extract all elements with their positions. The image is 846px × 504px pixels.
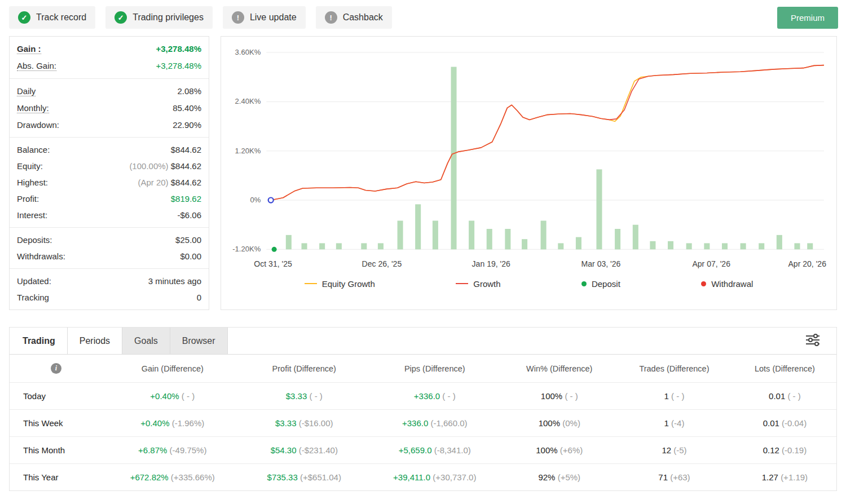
stat-row-withdrawals: Withdrawals: $0.00: [10, 248, 209, 264]
tab-periods[interactable]: Periods: [68, 328, 122, 354]
stat-group-rates: Daily 2.08% Monthly: 85.40% Drawdown: 22…: [10, 79, 209, 138]
equity-value: (100.00%) $844.62: [129, 161, 201, 171]
check-icon: ✓: [114, 11, 127, 24]
chart-legend: Equity Growth Growth Deposit Withdrawal: [224, 272, 833, 298]
legend-withdrawal[interactable]: Withdrawal: [701, 279, 753, 289]
highest-label: Highest:: [17, 178, 48, 187]
stat-row-equity: Equity: (100.00%) $844.62: [10, 158, 209, 174]
balance-value: $844.62: [171, 145, 201, 154]
withdrawals-value: $0.00: [180, 251, 201, 261]
row-label: This Week: [10, 410, 103, 437]
stat-row-abs-gain: Abs. Gain: +3,278.48%: [10, 58, 209, 74]
stat-group-gain: Gain : +3,278.48% Abs. Gain: +3,278.48%: [10, 37, 209, 79]
tab-trading[interactable]: Trading: [10, 328, 68, 354]
daily-value: 2.08%: [177, 86, 201, 96]
svg-text:-1.20K%: -1.20K%: [232, 245, 261, 253]
col-header-win: Win% (Difference): [503, 355, 615, 383]
premium-button[interactable]: Premium: [777, 7, 838, 29]
equity-percent: (100.00%): [129, 161, 168, 171]
deposit-dot-icon: [581, 281, 587, 286]
interest-value: -$6.06: [177, 210, 201, 220]
legend-label: Withdrawal: [711, 279, 753, 289]
col-header-profit: Profit (Difference): [242, 355, 366, 383]
info-icon[interactable]: i: [51, 363, 61, 374]
stat-row-updated: Updated: 3 minutes ago: [10, 273, 209, 289]
main-area: Gain : +3,278.48% Abs. Gain: +3,278.48% …: [0, 35, 846, 310]
stat-row-gain: Gain : +3,278.48%: [10, 41, 209, 58]
monthly-value: 85.40%: [173, 103, 201, 113]
withdrawal-dot-icon: [701, 281, 706, 286]
updated-value: 3 minutes ago: [148, 276, 201, 286]
svg-text:2.40K%: 2.40K%: [235, 97, 261, 105]
table-row-this-week: This Week +0.40% (-1.96%) $3.33 (-$16.00…: [10, 410, 836, 437]
withdrawals-label: Withdrawals:: [17, 251, 65, 261]
badge-live-update[interactable]: ! Live update: [223, 6, 306, 29]
svg-text:Mar 03, '26: Mar 03, '26: [581, 259, 621, 268]
top-status-bar: ✓ Track record ✓ Trading privileges ! Li…: [0, 0, 846, 35]
updated-label: Updated:: [17, 276, 51, 286]
stat-row-deposits: Deposits: $25.00: [10, 232, 209, 248]
equity-line-icon: [305, 283, 317, 284]
stat-row-profit: Profit: $819.62: [10, 191, 209, 207]
highest-date: (Apr 20): [138, 178, 168, 187]
col-header-pips: Pips (Difference): [366, 355, 503, 383]
monthly-label[interactable]: Monthly:: [17, 103, 49, 113]
stat-row-interest: Interest: -$6.06: [10, 207, 209, 223]
daily-label[interactable]: Daily: [17, 86, 36, 96]
col-header-lots: Lots (Difference): [733, 355, 836, 383]
table-row-this-month: This Month +6.87% (-49.75%) $54.30 (-$23…: [10, 437, 836, 464]
stat-row-tracking: Tracking 0: [10, 289, 209, 306]
stat-group-balance: Balance: $844.62 Equity: (100.00%) $844.…: [10, 138, 209, 228]
svg-text:0%: 0%: [250, 196, 261, 204]
growth-line-icon: [456, 283, 468, 284]
svg-text:Jan 19, '26: Jan 19, '26: [472, 259, 510, 268]
table-header-row: i Gain (Difference) Profit (Difference) …: [10, 355, 836, 383]
abs-gain-label[interactable]: Abs. Gain:: [17, 61, 56, 71]
interest-label: Interest:: [17, 210, 47, 220]
tab-browser[interactable]: Browser: [170, 328, 228, 354]
exclamation-icon: !: [325, 11, 337, 24]
exclamation-icon: !: [232, 11, 244, 24]
stats-panel: Gain : +3,278.48% Abs. Gain: +3,278.48% …: [9, 36, 209, 310]
check-icon: ✓: [18, 11, 30, 24]
badge-label: Cashback: [343, 12, 383, 23]
growth-chart[interactable]: 3.60K%2.40K%1.20K%0%-1.20K%Oct 31, '25De…: [224, 43, 833, 272]
tab-goals[interactable]: Goals: [122, 328, 170, 354]
stat-row-highest: Highest: (Apr 20) $844.62: [10, 174, 209, 191]
deposits-label: Deposits:: [17, 235, 52, 245]
svg-text:Dec 26, '25: Dec 26, '25: [362, 259, 402, 268]
legend-growth[interactable]: Growth: [456, 279, 500, 289]
drawdown-value: 22.90%: [173, 120, 201, 130]
row-label: This Month: [10, 437, 103, 464]
svg-text:Apr 07, '26: Apr 07, '26: [692, 259, 730, 268]
deposits-value: $25.00: [175, 235, 201, 245]
stat-group-meta: Updated: 3 minutes ago Tracking 0: [10, 269, 209, 310]
badge-label: Trading privileges: [133, 12, 204, 23]
profit-label: Profit:: [17, 194, 39, 204]
legend-label: Deposit: [592, 279, 620, 289]
legend-deposit[interactable]: Deposit: [581, 279, 620, 289]
badge-trading-privileges[interactable]: ✓ Trading privileges: [105, 6, 213, 29]
filter-sliders-icon: [805, 333, 821, 347]
stat-row-daily: Daily 2.08%: [10, 83, 209, 100]
legend-equity-growth[interactable]: Equity Growth: [305, 279, 375, 289]
stat-row-monthly: Monthly: 85.40%: [10, 100, 209, 117]
badge-track-record[interactable]: ✓ Track record: [9, 6, 95, 29]
filter-button[interactable]: [803, 331, 823, 351]
table-row-this-year: This Year +672.82% (+335.66%) $735.33 (+…: [10, 464, 836, 491]
svg-text:Oct 31, '25: Oct 31, '25: [254, 259, 292, 268]
periods-panel: Trading Periods Goals Browser i Gain (Di…: [9, 327, 837, 491]
tracking-label: Tracking: [17, 293, 49, 302]
tab-bar: Trading Periods Goals Browser: [10, 328, 836, 355]
highest-value: (Apr 20) $844.62: [138, 178, 201, 187]
tracking-value: 0: [197, 293, 201, 302]
gain-label[interactable]: Gain :: [17, 44, 41, 54]
row-label: Today: [10, 383, 103, 410]
col-header-trades: Trades (Difference): [615, 355, 733, 383]
col-header-gain: Gain (Difference): [103, 355, 242, 383]
periods-table: i Gain (Difference) Profit (Difference) …: [10, 355, 836, 490]
svg-text:3.60K%: 3.60K%: [235, 48, 261, 56]
stat-row-drawdown: Drawdown: 22.90%: [10, 117, 209, 133]
badge-cashback[interactable]: ! Cashback: [316, 6, 392, 29]
badge-label: Track record: [36, 12, 86, 23]
